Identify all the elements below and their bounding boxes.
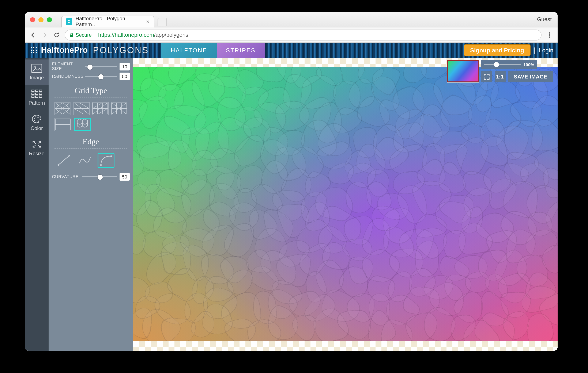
secure-indicator: Secure bbox=[69, 32, 92, 38]
rail-pattern[interactable]: Pattern bbox=[25, 85, 49, 110]
svg-point-18 bbox=[34, 120, 35, 121]
profile-label[interactable]: Guest bbox=[537, 16, 552, 22]
logo-icon bbox=[30, 46, 38, 54]
close-window-button[interactable] bbox=[30, 17, 35, 22]
svg-point-25 bbox=[68, 155, 70, 156]
svg-point-3 bbox=[549, 36, 550, 38]
svg-line-23 bbox=[58, 156, 69, 165]
resize-icon bbox=[31, 140, 42, 149]
signup-button[interactable]: Signup and Pricing bbox=[464, 44, 530, 56]
rail-resize-label: Resize bbox=[29, 151, 44, 157]
svg-point-5 bbox=[34, 66, 35, 68]
rail-color-label: Color bbox=[31, 125, 43, 131]
svg-rect-6 bbox=[32, 90, 34, 91]
zoom-label: 100% bbox=[523, 62, 534, 67]
rail-color[interactable]: Color bbox=[25, 110, 49, 135]
element-size-slider[interactable] bbox=[85, 63, 117, 70]
randomness-value[interactable]: 50 bbox=[120, 72, 130, 80]
element-size-row: ELEMENT SIZE 10 bbox=[52, 62, 130, 71]
forward-button[interactable] bbox=[41, 31, 49, 39]
element-size-value[interactable]: 10 bbox=[120, 63, 130, 70]
browser-window: HalftonePro - Polygon Pattern… × Guest S… bbox=[25, 12, 557, 351]
titlebar: HalftonePro - Polygon Pattern… × Guest bbox=[25, 12, 557, 27]
browser-tab[interactable]: HalftonePro - Polygon Pattern… × bbox=[61, 15, 154, 27]
svg-rect-8 bbox=[39, 90, 42, 91]
randomness-row: RANDOMNESS 50 bbox=[52, 72, 130, 80]
lock-icon bbox=[69, 32, 74, 37]
grid-type-title: Grid Type bbox=[51, 86, 131, 95]
svg-point-26 bbox=[100, 164, 102, 166]
palette-icon bbox=[31, 114, 42, 124]
svg-rect-4 bbox=[32, 64, 42, 72]
expand-icon bbox=[483, 74, 489, 80]
rail-image-label: Image bbox=[30, 75, 44, 81]
svg-point-1 bbox=[549, 32, 550, 33]
minimap[interactable] bbox=[447, 60, 478, 82]
curvature-slider[interactable] bbox=[82, 174, 117, 180]
save-image-button[interactable]: SAVE IMAGE bbox=[508, 71, 553, 82]
edge-wavy[interactable] bbox=[76, 153, 93, 168]
canvas-overlay: 100% 1:1 SAVE IMAGE bbox=[447, 60, 553, 82]
brand-sub: POLYGONS bbox=[93, 45, 149, 55]
svg-rect-10 bbox=[35, 93, 38, 94]
svg-point-2 bbox=[549, 34, 550, 35]
minimize-window-button[interactable] bbox=[38, 17, 43, 22]
grid-diamond[interactable] bbox=[111, 102, 127, 115]
brand-main: HalftonePro bbox=[41, 46, 88, 55]
tab-title: HalftonePro - Polygon Pattern… bbox=[76, 16, 143, 27]
url-protocol: https:// bbox=[98, 32, 115, 38]
brand[interactable]: HalftonePro POLYGONS bbox=[25, 45, 149, 55]
rail-resize[interactable]: Resize bbox=[25, 135, 49, 161]
page-content: HalftonePro POLYGONS HALFTONE STRIPES Si… bbox=[25, 43, 557, 351]
canvas-area: 100% 1:1 SAVE IMAGE bbox=[133, 58, 557, 351]
fullscreen-button[interactable] bbox=[481, 71, 492, 82]
ratio-button[interactable]: 1:1 bbox=[494, 71, 505, 82]
randomness-slider[interactable] bbox=[85, 73, 117, 79]
grid-square[interactable] bbox=[54, 118, 71, 131]
sidebar-rail: Image Pattern Color bbox=[25, 58, 49, 351]
rail-image[interactable]: Image bbox=[25, 60, 49, 85]
artwork-canvas[interactable] bbox=[133, 67, 557, 341]
close-tab-button[interactable]: × bbox=[146, 18, 149, 25]
element-size-label: ELEMENT SIZE bbox=[52, 62, 82, 71]
reload-button[interactable] bbox=[53, 31, 60, 39]
tab-halftone[interactable]: HALFTONE bbox=[162, 43, 217, 58]
grid-row-2 bbox=[51, 118, 131, 131]
svg-rect-14 bbox=[39, 96, 42, 98]
settings-panel: ELEMENT SIZE 10 RANDOMNESS 50 Grid Type bbox=[49, 58, 133, 351]
zoom-slider[interactable]: 100% bbox=[481, 60, 537, 69]
curvature-value[interactable]: 50 bbox=[120, 173, 130, 181]
back-button[interactable] bbox=[29, 31, 37, 39]
svg-rect-11 bbox=[39, 93, 42, 94]
svg-rect-9 bbox=[32, 93, 34, 94]
edge-straight[interactable] bbox=[55, 153, 72, 168]
svg-point-27 bbox=[110, 155, 112, 157]
favicon-icon bbox=[66, 18, 72, 25]
svg-point-17 bbox=[37, 117, 38, 118]
maximize-window-button[interactable] bbox=[47, 17, 52, 22]
grid-diag-left[interactable] bbox=[92, 102, 108, 115]
randomness-label: RANDOMNESS bbox=[52, 74, 82, 79]
address-bar[interactable]: Secure | https://halftonepro.com/app/pol… bbox=[65, 29, 542, 40]
header-right: Signup and Pricing | Login bbox=[464, 43, 553, 58]
app-header: HalftonePro POLYGONS HALFTONE STRIPES Si… bbox=[25, 43, 557, 58]
svg-rect-7 bbox=[35, 90, 38, 91]
minimap-preview bbox=[448, 61, 478, 81]
grid-hexagon[interactable] bbox=[74, 118, 91, 131]
app-body: Image Pattern Color bbox=[25, 58, 557, 351]
curvature-row: CURVATURE 50 bbox=[52, 173, 130, 181]
svg-rect-294 bbox=[133, 67, 557, 341]
svg-rect-0 bbox=[70, 34, 73, 37]
grid-triangles[interactable] bbox=[54, 102, 71, 115]
browser-menu-button[interactable] bbox=[546, 31, 553, 39]
image-icon bbox=[31, 64, 42, 73]
window-controls bbox=[25, 17, 52, 22]
edge-curved[interactable] bbox=[98, 153, 115, 168]
login-link[interactable]: Login bbox=[539, 47, 553, 54]
tab-stripes[interactable]: STRIPES bbox=[217, 43, 265, 58]
rail-pattern-label: Pattern bbox=[29, 100, 45, 106]
edge-row bbox=[51, 153, 131, 168]
polygon-art bbox=[133, 67, 557, 341]
new-tab-button[interactable] bbox=[158, 18, 167, 26]
grid-diag-right[interactable] bbox=[73, 102, 90, 115]
